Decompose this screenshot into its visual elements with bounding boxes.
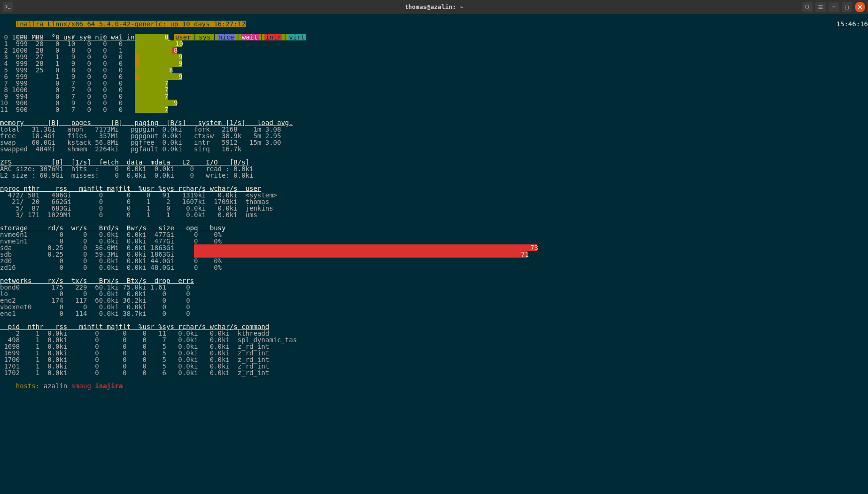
cpu-row: 4 999 28 1 9 0 0 0 0 90 9 (0, 60, 868, 67)
pid-header: pid nthr rss minflt majflt %usr %sys rch… (0, 323, 868, 330)
cpu-row: 5 999 25 0 8 0 0 0 0 92 8 (0, 67, 868, 73)
pid-row: 2 1 0.0ki 0 0 0 11 0.0ki 0.0ki kthreadd (0, 330, 868, 337)
storage-row: zd0 0 0 0.0ki 0.0ki 44.0Gi 0 0% (0, 258, 868, 264)
memory-row: swapped 484Mi shmem 2264ki pgfault 0.0ki… (0, 146, 868, 152)
memory-block: total 31.3Gi anon 7173Mi pgpgin 0.0ki fo… (0, 126, 868, 152)
net-row: eno2 174 117 60.0ki 36.2ki 0 0 (0, 297, 868, 304)
memory-row: total 31.3Gi anon 7173Mi pgpgin 0.0ki fo… (0, 126, 868, 133)
cpu-row: 8 1000 0 7 0 0 0 0 93 7 (0, 86, 868, 93)
cpu-block: 0 1000 28 0 7 0 0 1 0 92 8 1 999 28 0 10… (0, 34, 868, 113)
pid-row: 1701 1 0.0ki 0 0 0 5 0.0ki 0.0ki z_rd_in… (0, 363, 868, 369)
search-icon[interactable] (802, 2, 813, 12)
net-row: lo 0 0 0.0ki 0.0ki 0 0 (0, 290, 868, 297)
storage-row: sda 0.25 0 36.6Mi 0.0ki 1863Gi 0 73% 73 (0, 244, 868, 251)
zfs-block: ARC size: 3076Mi hits : 0 0.0ki 0.0ki 0 … (0, 165, 868, 179)
pid-row: 1700 1 0.0ki 0 0 0 5 0.0ki 0.0ki z_rd_in… (0, 356, 868, 363)
cpu-row: 10 900 0 9 0 0 0 0 91 9 (0, 100, 868, 106)
svg-point-0 (806, 5, 809, 9)
net-row: bond0 175 229 60.1ki 75.0ki 1.61 0 (0, 284, 868, 290)
host-header: inajira Linux/x86_64 5.4.0-42-generic: u… (0, 14, 868, 21)
maximize-button[interactable]: □ (842, 2, 852, 12)
cpu-header: CPU MHz °C usr sys nic wai int vir idl u… (0, 27, 868, 34)
net-header: networks rx/s tx/s Brx/s Btx/s drop errs (0, 277, 868, 284)
proc-row: 21/ 20 662Gi 0 0 1 2 1607ki 1709ki thoma… (0, 198, 868, 205)
clock: 15:46:16 (837, 21, 868, 27)
pid-row: 1698 1 0.0ki 0 0 0 5 0.0ki 0.0ki z_rd_in… (0, 343, 868, 350)
terminal-icon[interactable] (3, 2, 13, 12)
proc-row: 472/ 581 406Gi 0 0 0 91 1319ki 0.0ki <sy… (0, 192, 868, 198)
window-title: thomas@azalin: ~ (0, 4, 868, 10)
pid-row: 1699 1 0.0ki 0 0 0 5 0.0ki 0.0ki z_rd_in… (0, 350, 868, 356)
pid-block: 2 1 0.0ki 0 0 0 11 0.0ki 0.0ki kthreadd … (0, 330, 868, 376)
storage-row: sdb 0.25 0 59.3Mi 0.0ki 1863Gi 0 71% 71 (0, 251, 868, 258)
storage-block: nvme0n1 0 0 0.0ki 0.0ki 477Gi 0 0% nvme1… (0, 231, 868, 271)
pid-row: 1702 1 0.0ki 0 0 0 6 0.0ki 0.0ki z_rd_in… (0, 369, 868, 376)
cpu-row: 1 999 28 0 10 0 0 0 0 90 10 (0, 40, 868, 47)
terminal-body[interactable]: inajira Linux/x86_64 5.4.0-42-generic: u… (0, 14, 868, 494)
storage-row: nvme0n1 0 0 0.0ki 0.0ki 477Gi 0 0% (0, 231, 868, 238)
cpu-row: 7 999 0 7 0 0 0 0 93 7 (0, 80, 868, 86)
storage-row: zd16 0 0 0.0ki 0.0ki 48.0Gi 0 0% (0, 264, 868, 271)
memory-row: swap 60.0Gi kstack 56.8Mi pgfree 0.0ki i… (0, 139, 868, 146)
hamburger-icon[interactable] (815, 2, 826, 12)
proc-header: nproc nthr rss minflt majflt %usr %sys r… (0, 185, 868, 192)
cpu-row: 3 999 27 1 9 0 0 0 0 90 9 (0, 54, 868, 60)
storage-row: nvme1n1 0 0 0.0ki 0.0ki 477Gi 0 0% (0, 238, 868, 244)
cpu-row: 6 999 1 9 0 0 0 0 91 9 (0, 73, 868, 80)
zfs-header: ZFS [B] [1/s] fetch data mdata L2 I/O [B… (0, 159, 868, 165)
memory-header: memory [B] pages [B] paging [B/s] system… (0, 119, 868, 126)
zfs-row: L2 size : 60.9Gi misses: 0 0.0ki 0.0ki 0… (0, 172, 868, 179)
minimize-button[interactable]: ─ (829, 2, 839, 12)
proc-row: 5/ 87 683Gi 0 0 1 0 0.0ki 0.0ki jenkins (0, 205, 868, 212)
title-bar: thomas@azalin: ~ ─ □ (0, 0, 868, 14)
proc-row: 3/ 171 1029Mi 0 0 1 1 0.0ki 0.0ki ums (0, 212, 868, 218)
cpu-row: 2 1000 28 0 8 0 0 1 0 91 8 (0, 47, 868, 54)
net-row: vboxnet0 0 0 0.0ki 0.0ki 0 0 (0, 304, 868, 310)
cpu-row: 11 900 0 7 0 0 0 0 93 7 (0, 106, 868, 113)
close-button[interactable] (855, 2, 865, 12)
memory-row: free 18.4Gi files 357Mi pgpgout 0.0ki ct… (0, 133, 868, 139)
net-row: eno1 0 114 0.0ki 38.7ki 0 0 (0, 310, 868, 317)
hosts-line: hosts: azalin smaug inajira (0, 376, 868, 383)
pid-row: 498 1 0.0ki 0 0 0 7 0.0ki 0.0ki spl_dyna… (0, 337, 868, 343)
net-block: bond0 175 229 60.1ki 75.0ki 1.61 0lo 0 0… (0, 284, 868, 317)
proc-block: 472/ 581 406Gi 0 0 0 91 1319ki 0.0ki <sy… (0, 192, 868, 218)
cpu-row: 0 1000 28 0 7 0 0 1 0 92 8 (0, 34, 868, 40)
cpu-row: 9 994 0 7 0 0 0 0 93 7 (0, 93, 868, 100)
zfs-row: ARC size: 3076Mi hits : 0 0.0ki 0.0ki 0 … (0, 165, 868, 172)
storage-header: storage rd/s wr/s Brd/s Bwr/s size opq b… (0, 225, 868, 231)
